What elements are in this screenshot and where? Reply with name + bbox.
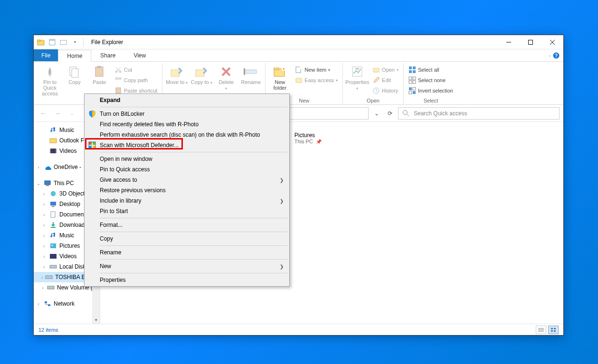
svg-rect-40 [413,81,416,84]
select-none-button[interactable]: Select none [407,75,455,85]
qat-properties-icon[interactable] [47,37,57,47]
easy-access-button[interactable]: Easy access ▾ [293,75,340,85]
invert-selection-button[interactable]: Invert selection [407,86,455,95]
svg-rect-49 [50,149,51,153]
svg-rect-52 [46,185,49,186]
ctx-copy[interactable]: Copy [85,233,288,244]
select-all-button[interactable]: Select all [407,65,455,75]
view-details-button[interactable] [536,326,546,334]
ctx-bitlocker[interactable]: Turn on BitLocker [85,109,288,119]
rename-button[interactable]: Rename [239,64,262,85]
tab-share[interactable]: Share [91,49,124,61]
open-button[interactable]: Open ▾ [370,65,400,75]
svg-rect-37 [409,77,412,80]
svg-rect-44 [413,91,416,94]
minimize-button[interactable] [498,35,520,49]
help-icon[interactable]: ? [553,52,560,59]
svg-point-28 [299,66,302,69]
ctx-give-access[interactable]: Give access to❯ [85,175,288,185]
svg-rect-61 [47,286,54,289]
properties-button[interactable]: Properties▾ [346,64,369,92]
new-folder-button[interactable]: ✦ New folder [268,64,291,91]
ctx-rphoto-scan[interactable]: Perform exhaustive search (disc scan) on… [85,130,288,140]
svg-rect-56 [50,243,56,248]
search-box[interactable]: Search Quick access [398,107,560,120]
svg-rect-6 [529,40,533,44]
qat-newfolder-icon[interactable] [58,37,69,47]
svg-rect-33 [409,66,412,69]
svg-rect-36 [413,70,416,73]
ctx-pin-quick-access[interactable]: Pin to Quick access [85,164,288,175]
ctx-open-new-window[interactable]: Open in new window [85,154,288,164]
ctx-rename[interactable]: Rename [85,247,288,258]
pin-icon: 📌 [316,139,322,144]
ctx-new[interactable]: New❯ [85,261,288,271]
addr-dropdown-icon[interactable]: ⌄ [371,108,382,119]
svg-rect-42 [413,87,416,90]
edit-button[interactable]: Edit [370,75,400,85]
nav-forward-icon[interactable]: → [52,108,63,119]
ribbon-tabs: File Home Share View ⌵ ? [34,49,563,61]
tree-network[interactable]: ›Network [34,299,100,309]
ctx-properties[interactable]: Properties [85,275,288,285]
copy-path-button[interactable]: Copy path [113,75,159,85]
svg-rect-31 [373,68,379,72]
qat-customize-caret[interactable]: ▾ [70,37,80,47]
svg-rect-83 [554,328,556,329]
svg-rect-82 [551,328,553,329]
defender-icon [88,141,96,149]
view-large-icons-button[interactable] [548,326,559,334]
refresh-icon[interactable]: ⟳ [385,108,395,119]
status-bar: 12 items [34,324,563,335]
svg-rect-85 [554,330,556,332]
tab-file[interactable]: File [34,49,58,61]
close-button[interactable] [541,35,563,49]
maximize-button[interactable] [520,35,541,49]
shield-icon [88,110,96,118]
cut-button[interactable]: Cut [113,65,159,75]
pin-quick-access-button[interactable]: Pin to Quick access [38,64,61,96]
svg-rect-38 [413,77,416,80]
history-button[interactable]: History [370,86,400,95]
group-open-label: Open [367,98,380,104]
ctx-pin-start[interactable]: Pin to Start [85,206,288,216]
submenu-arrow-icon: ❯ [280,198,284,204]
ctx-include-library[interactable]: Include in library❯ [85,196,288,206]
svg-rect-51 [45,181,50,185]
svg-rect-14 [97,66,101,68]
ctx-format[interactable]: Format... [85,220,288,230]
move-to-button[interactable]: Move to ▾ [165,64,188,86]
submenu-arrow-icon: ❯ [280,177,284,183]
nav-recent-caret[interactable]: ⌵ [66,108,77,119]
ctx-expand[interactable]: Expand [85,95,288,105]
submenu-arrow-icon: ❯ [280,264,284,269]
svg-text:?: ? [555,53,558,58]
svg-rect-48 [50,149,57,153]
nav-back-icon[interactable]: ← [38,108,49,119]
ctx-rphoto-find[interactable]: Find recently deleted files with R-Photo [85,119,288,130]
svg-rect-12 [72,69,78,77]
svg-rect-47 [50,139,57,143]
ctx-restore-versions[interactable]: Restore previous versions [85,185,288,196]
context-menu: Expand Turn on BitLocker Find recently d… [84,93,290,287]
tab-home[interactable]: Home [58,50,91,62]
copy-to-button[interactable]: Copy to ▾ [190,64,213,86]
delete-button[interactable]: Delete▾ [215,64,237,92]
copy-button[interactable]: Copy [63,64,86,85]
svg-rect-18 [116,88,121,93]
ribbon-collapse-icon[interactable]: ⌵ [549,53,551,57]
scroll-down-icon[interactable]: ▾ [92,316,100,324]
tab-view[interactable]: View [124,49,155,61]
svg-rect-88 [89,146,92,149]
ctx-defender[interactable]: Scan with Microsoft Defender... [85,140,288,150]
svg-rect-84 [551,330,553,332]
svg-rect-86 [89,142,92,145]
svg-rect-60 [46,276,52,279]
new-item-button[interactable]: New item ▾ [293,65,340,75]
paste-button[interactable]: Paste [88,64,111,85]
svg-point-57 [52,245,53,246]
svg-rect-39 [409,81,412,84]
svg-rect-13 [95,67,103,76]
svg-rect-35 [409,70,412,73]
svg-rect-21 [245,70,256,74]
